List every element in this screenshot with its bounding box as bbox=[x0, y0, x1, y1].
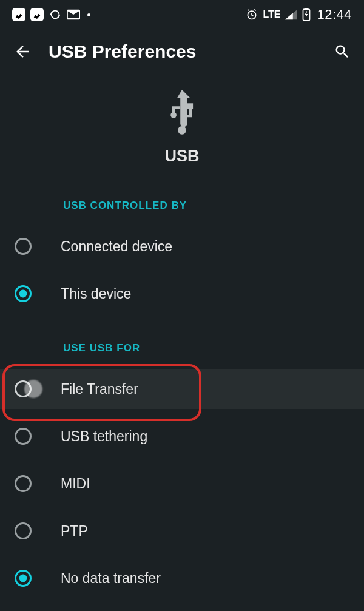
option-usb-tethering[interactable]: USB tethering bbox=[0, 413, 364, 460]
app-header: USB Preferences bbox=[0, 29, 364, 73]
sync-icon bbox=[49, 8, 62, 21]
svg-point-5 bbox=[178, 126, 186, 135]
mail-icon bbox=[67, 9, 80, 20]
option-label: File Transfer bbox=[61, 381, 138, 397]
option-label: USB tethering bbox=[61, 428, 147, 445]
use-for-options: File Transfer USB tethering MIDI PTP No … bbox=[0, 365, 364, 602]
radio-selected-icon bbox=[15, 285, 32, 302]
option-label: MIDI bbox=[61, 476, 90, 492]
usb-hero: USB bbox=[0, 90, 364, 166]
option-file-transfer-highlight: File Transfer bbox=[0, 365, 364, 413]
clock: 12:44 bbox=[317, 7, 352, 22]
option-this-device[interactable]: This device bbox=[0, 270, 364, 317]
radio-icon bbox=[15, 428, 32, 445]
svg-rect-2 bbox=[305, 8, 308, 9]
option-midi[interactable]: MIDI bbox=[0, 460, 364, 507]
option-label: PTP bbox=[61, 523, 88, 539]
option-ptp[interactable]: PTP bbox=[0, 507, 364, 555]
svg-rect-4 bbox=[187, 103, 193, 109]
signal-icon bbox=[285, 9, 297, 20]
messenger-icon bbox=[30, 8, 44, 21]
radio-icon bbox=[15, 522, 32, 539]
back-arrow-icon[interactable] bbox=[13, 42, 32, 61]
option-label: Connected device bbox=[61, 238, 172, 255]
radio-selected-icon bbox=[15, 570, 32, 587]
page-title: USB Preferences bbox=[49, 41, 196, 62]
section-divider bbox=[0, 320, 364, 320]
controlled-by-options: Connected device This device bbox=[0, 223, 364, 317]
status-left bbox=[12, 8, 90, 21]
usb-icon bbox=[164, 90, 200, 137]
option-connected-device[interactable]: Connected device bbox=[0, 223, 364, 270]
touch-indicator-icon bbox=[24, 380, 42, 398]
alarm-icon bbox=[246, 8, 258, 21]
radio-icon bbox=[15, 475, 32, 492]
option-file-transfer[interactable]: File Transfer bbox=[0, 365, 364, 413]
battery-charging-icon bbox=[302, 8, 311, 21]
option-label: No data transfer bbox=[61, 570, 161, 587]
network-type: LTE bbox=[263, 9, 280, 20]
section-label-controlled-by: USB CONTROLLED BY bbox=[0, 200, 364, 212]
option-no-data-transfer[interactable]: No data transfer bbox=[0, 555, 364, 602]
section-label-use-for: USE USB FOR bbox=[0, 342, 364, 354]
radio-icon bbox=[15, 238, 32, 255]
option-label: This device bbox=[61, 286, 131, 302]
status-bar: LTE 12:44 bbox=[0, 0, 364, 29]
search-icon[interactable] bbox=[334, 43, 351, 60]
messenger-icon bbox=[12, 8, 25, 21]
status-right: LTE 12:44 bbox=[246, 7, 352, 22]
more-notifications-dot bbox=[87, 13, 90, 16]
usb-hero-label: USB bbox=[164, 147, 199, 166]
